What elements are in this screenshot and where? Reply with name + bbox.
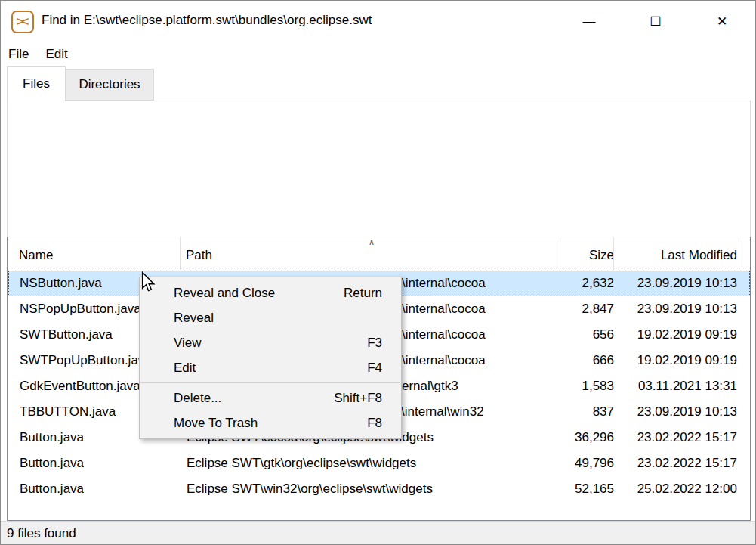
- cell-size: 2,632: [582, 276, 614, 291]
- cell-size: 36,296: [575, 430, 614, 445]
- column-divider[interactable]: [560, 237, 560, 270]
- cell-size: 837: [593, 404, 614, 420]
- menu-item-view[interactable]: View F3: [140, 330, 401, 355]
- cell-modified: 25.02.2022 12:00: [637, 482, 737, 497]
- shortcut-label: Return: [344, 286, 382, 301]
- tab-files[interactable]: Files: [7, 66, 66, 101]
- cell-size: 666: [593, 353, 614, 368]
- menu-item-delete[interactable]: Delete... Shift+F8: [140, 386, 401, 410]
- status-text: 9 files found: [7, 526, 76, 541]
- find-in-files-window: >< Find in E:\swt\eclipse.platform.swt\b…: [0, 0, 756, 545]
- close-button[interactable]: ✕: [689, 1, 755, 42]
- cell-name: GdkEventButton.java: [20, 379, 140, 394]
- window-title: Find in E:\swt\eclipse.platform.swt\bund…: [42, 13, 372, 28]
- titlebar: >< Find in E:\swt\eclipse.platform.swt\b…: [1, 1, 755, 42]
- tab-directories[interactable]: Directories: [65, 69, 154, 101]
- cell-name: SWTPopUpButton.java: [20, 353, 152, 368]
- shortcut-label: Shift+F8: [334, 391, 382, 406]
- sort-ascending-icon: ∧: [369, 237, 375, 247]
- menu-separator: [140, 382, 400, 383]
- cell-name: Button.java: [20, 482, 84, 497]
- cell-name: NSButton.java: [20, 276, 102, 291]
- menu-item-reveal[interactable]: Reveal: [140, 305, 401, 330]
- window-controls: — ☐ ✕: [556, 1, 755, 42]
- maximize-button[interactable]: ☐: [622, 1, 689, 42]
- cell-modified: 23.09.2019 10:13: [637, 404, 737, 420]
- cell-name: Button.java: [20, 430, 84, 445]
- menu-item-edit[interactable]: Edit F4: [140, 355, 401, 380]
- cell-size: 52,165: [575, 482, 614, 497]
- menubar: File Edit: [1, 42, 755, 67]
- column-divider[interactable]: [739, 237, 739, 270]
- column-header-size[interactable]: Size: [589, 248, 614, 263]
- cell-size: 49,796: [575, 456, 614, 471]
- shortcut-label: F8: [367, 416, 382, 431]
- cell-modified: 23.02.2022 15:17: [637, 430, 737, 445]
- column-header-name[interactable]: Name: [19, 248, 53, 263]
- cell-size: 1,583: [582, 379, 614, 394]
- cell-modified: 03.11.2021 13:31: [638, 379, 737, 394]
- cell-size: 656: [593, 327, 614, 342]
- menu-item-reveal-and-close[interactable]: Reveal and Close Return: [140, 280, 401, 305]
- cell-size: 2,847: [582, 302, 614, 317]
- cell-name: Button.java: [20, 456, 84, 471]
- cell-path: Eclipse SWT\win32\org\eclipse\swt\widget…: [187, 482, 433, 497]
- minimize-button[interactable]: —: [556, 1, 622, 42]
- cell-modified: 23.09.2019 10:13: [637, 276, 737, 291]
- column-header-last-modified[interactable]: Last Modified: [661, 248, 737, 263]
- cell-path: Eclipse SWT\gtk\org\eclipse\swt\widgets: [187, 456, 416, 471]
- cell-name: TBBUTTON.java: [20, 404, 116, 420]
- table-row[interactable]: Button.java Eclipse SWT\win32\org\eclips…: [8, 476, 750, 502]
- context-menu: Reveal and Close Return Reveal View F3 E…: [139, 277, 402, 439]
- shortcut-label: F3: [367, 336, 382, 351]
- column-header-path[interactable]: Path: [186, 248, 212, 263]
- cell-name: NSPopUpButton.java: [20, 302, 141, 317]
- cell-modified: 23.02.2022 15:17: [637, 456, 737, 471]
- column-divider[interactable]: [180, 237, 181, 270]
- column-divider[interactable]: [613, 237, 614, 270]
- cell-name: SWTButton.java: [20, 327, 113, 342]
- table-header: Name Path Size Last Modified ∧: [8, 237, 750, 270]
- table-row[interactable]: Button.java Eclipse SWT\gtk\org\eclipse\…: [8, 451, 750, 476]
- menu-item-move-to-trash[interactable]: Move To Trash F8: [140, 410, 401, 435]
- menu-edit[interactable]: Edit: [45, 44, 75, 67]
- shortcut-label: F4: [367, 361, 382, 376]
- menu-file[interactable]: File: [8, 44, 36, 67]
- statusbar: 9 files found: [1, 521, 755, 545]
- cell-modified: 19.02.2019 09:19: [637, 327, 737, 342]
- cell-modified: 23.09.2019 10:13: [637, 302, 737, 317]
- app-icon: ><: [11, 11, 34, 33]
- cell-modified: 19.02.2019 09:19: [637, 353, 737, 368]
